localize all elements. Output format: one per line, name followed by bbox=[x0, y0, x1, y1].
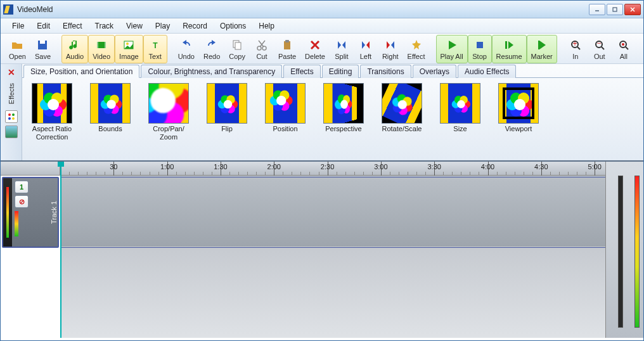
resume-button[interactable]: Resume bbox=[492, 35, 527, 63]
menu-effect[interactable]: Effect bbox=[56, 19, 88, 33]
save-icon bbox=[35, 38, 49, 52]
timeline-main[interactable]: 301:001:302:002:303:003:304:004:305:00 bbox=[60, 162, 605, 338]
paste-button[interactable]: Paste bbox=[274, 35, 300, 63]
split-label: Split bbox=[335, 53, 348, 60]
time-ruler[interactable]: 301:001:302:002:303:003:304:004:305:00 bbox=[60, 162, 605, 176]
redo-button[interactable]: Redo bbox=[199, 35, 224, 63]
effect-caption-6: Rotate/Scale bbox=[382, 125, 422, 133]
split-icon bbox=[335, 38, 349, 52]
meter-scale bbox=[634, 176, 640, 328]
tab-5[interactable]: Overlays bbox=[413, 65, 456, 78]
effect-caption-4: Position bbox=[273, 125, 297, 133]
out-label: Out bbox=[594, 53, 605, 60]
playall-button[interactable]: Play All bbox=[436, 35, 468, 63]
window-title: VideoMeld bbox=[17, 5, 589, 14]
svg-point-15 bbox=[262, 46, 266, 50]
marker-button[interactable]: Marker bbox=[527, 35, 557, 63]
split-button[interactable]: Split bbox=[330, 35, 354, 63]
effect-item-8[interactable]: Viewport bbox=[495, 83, 542, 133]
all-button[interactable]: All bbox=[612, 35, 636, 63]
effect-item-1[interactable]: Bounds bbox=[87, 83, 134, 133]
effect-item-0[interactable]: Aspect Ratio Correction bbox=[29, 83, 75, 141]
left-label: Left bbox=[360, 53, 371, 60]
undo-icon bbox=[179, 38, 193, 52]
palette-icon[interactable] bbox=[5, 110, 18, 123]
app-icon bbox=[3, 4, 13, 15]
effects-panel: ✕ Effects Size, Position, and Orientatio… bbox=[1, 64, 643, 160]
effect-label: Effect bbox=[408, 53, 425, 60]
copy-button[interactable]: Copy bbox=[224, 35, 250, 63]
minimize-button[interactable] bbox=[589, 4, 605, 15]
tab-6[interactable]: Audio Effects bbox=[458, 65, 517, 78]
maximize-button[interactable] bbox=[607, 4, 623, 15]
image-button[interactable]: Image bbox=[115, 35, 143, 63]
track-mute-button[interactable]: ⊘ bbox=[15, 195, 29, 208]
tick-label: 1:00 bbox=[160, 163, 174, 170]
open-button[interactable]: Open bbox=[4, 35, 30, 63]
menu-play[interactable]: Play bbox=[149, 19, 176, 33]
delete-button[interactable]: Delete bbox=[300, 35, 330, 63]
save-button[interactable]: Save bbox=[30, 35, 55, 63]
undo-button[interactable]: Undo bbox=[174, 35, 199, 63]
out-button[interactable]: −Out bbox=[588, 35, 612, 63]
svg-point-35 bbox=[12, 113, 15, 116]
playhead[interactable] bbox=[60, 162, 61, 338]
cut-button[interactable]: Cut bbox=[250, 35, 274, 63]
tab-1[interactable]: Colour, Brightness, and Transparency bbox=[141, 65, 282, 78]
menu-options[interactable]: Options bbox=[214, 19, 252, 33]
audio-button[interactable]: Audio bbox=[61, 35, 88, 63]
menu-edit[interactable]: Edit bbox=[30, 19, 56, 33]
effects-sidebar: ✕ Effects bbox=[1, 64, 22, 160]
tab-4[interactable]: Transitions bbox=[360, 65, 411, 78]
effect-thumb-7 bbox=[440, 83, 480, 124]
effect-item-7[interactable]: Size bbox=[437, 83, 484, 133]
effect-item-4[interactable]: Position bbox=[262, 83, 309, 133]
track-number-button[interactable]: 1 bbox=[15, 181, 29, 193]
effect-caption-3: Flip bbox=[221, 125, 233, 133]
left-button[interactable]: Left bbox=[354, 35, 378, 63]
tab-2[interactable]: Effects bbox=[283, 65, 320, 78]
effect-item-5[interactable]: Perspective bbox=[320, 83, 367, 133]
close-effects-icon[interactable]: ✕ bbox=[8, 68, 15, 77]
effect-thumb-8 bbox=[498, 83, 539, 124]
svg-point-33 bbox=[622, 43, 624, 46]
resume-label: Resume bbox=[496, 53, 522, 60]
track-body[interactable] bbox=[60, 177, 605, 248]
in-label: In bbox=[572, 53, 578, 60]
tab-0[interactable]: Size, Position, and Orientation bbox=[23, 65, 139, 78]
audio-label: Audio bbox=[66, 53, 84, 60]
timeline-left: 1 ⊘ Track 1 bbox=[1, 162, 60, 338]
text-label: Text bbox=[149, 53, 162, 60]
menu-track[interactable]: Track bbox=[89, 19, 120, 33]
menu-file[interactable]: File bbox=[6, 19, 30, 33]
ruler-corner bbox=[1, 162, 60, 176]
effect-item-6[interactable]: Rotate/Scale bbox=[378, 83, 425, 133]
tab-3[interactable]: Editing bbox=[322, 65, 359, 78]
svg-line-26 bbox=[577, 47, 580, 49]
right-button[interactable]: Right bbox=[378, 35, 403, 63]
effect-item-3[interactable]: Flip bbox=[203, 83, 250, 133]
track-meter-strip bbox=[3, 178, 12, 247]
all-label: All bbox=[620, 53, 628, 60]
audio-icon bbox=[68, 38, 82, 52]
menu-view[interactable]: View bbox=[120, 19, 149, 33]
svg-rect-23 bbox=[505, 41, 507, 49]
menu-record[interactable]: Record bbox=[176, 19, 214, 33]
delete-icon bbox=[308, 38, 322, 52]
text-button[interactable]: TText bbox=[143, 35, 167, 63]
menu-help[interactable]: Help bbox=[252, 19, 281, 33]
effect-button[interactable]: Effect bbox=[403, 35, 430, 63]
close-button[interactable] bbox=[624, 4, 641, 15]
resume-icon bbox=[502, 38, 516, 52]
effect-item-2[interactable]: Crop/Pan/ Zoom bbox=[145, 83, 192, 141]
in-button[interactable]: +In bbox=[564, 35, 588, 63]
track-header[interactable]: 1 ⊘ Track 1 bbox=[2, 177, 59, 248]
svg-point-34 bbox=[8, 113, 11, 116]
video-label: Video bbox=[93, 53, 110, 60]
effect-thumb-1 bbox=[90, 83, 131, 124]
paste-icon bbox=[280, 38, 294, 52]
video-button[interactable]: Video bbox=[88, 35, 115, 63]
stop-button[interactable]: Stop bbox=[468, 35, 492, 63]
image-thumb-icon[interactable] bbox=[5, 125, 18, 138]
svg-rect-1 bbox=[613, 8, 617, 11]
